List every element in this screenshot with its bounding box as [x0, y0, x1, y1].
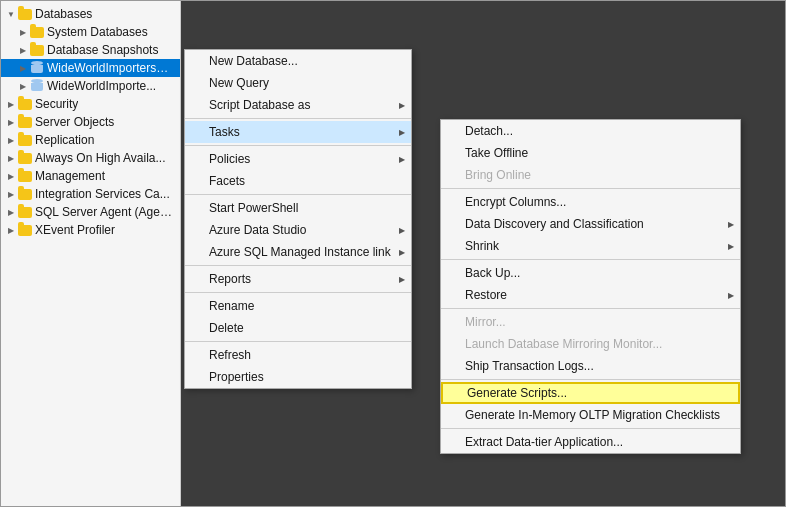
menu-reports[interactable]: Reports [185, 268, 411, 290]
tree-item-databases[interactable]: ▼ Databases [1, 5, 180, 23]
expand-icon[interactable]: ▶ [5, 224, 17, 236]
menu-extract-data-tier[interactable]: Extract Data-tier Application... [441, 431, 740, 453]
menu-take-offline[interactable]: Take Offline [441, 142, 740, 164]
menu-azure-data-studio[interactable]: Azure Data Studio [185, 219, 411, 241]
menu-separator [185, 265, 411, 266]
menu-data-discovery[interactable]: Data Discovery and Classification [441, 213, 740, 235]
tree-item-sql-agent[interactable]: ▶ SQL Server Agent (Agen... [1, 203, 180, 221]
tree-item-replication[interactable]: ▶ Replication [1, 131, 180, 149]
menu-restore[interactable]: Restore [441, 284, 740, 306]
folder-icon [17, 114, 33, 130]
expand-icon[interactable]: ▶ [5, 188, 17, 200]
tree-label: Integration Services Ca... [35, 187, 170, 201]
menu-item-label: Take Offline [465, 146, 528, 160]
menu-tasks[interactable]: Tasks [185, 121, 411, 143]
menu-item-label: Facets [209, 174, 245, 188]
menu-item-label: Reports [209, 272, 251, 286]
folder-icon [17, 6, 33, 22]
menu-separator [185, 341, 411, 342]
tree-panel: ▼ Databases ▶ System Databases ▶ Databas… [1, 1, 181, 506]
tree-label: Management [35, 169, 105, 183]
menu-item-label: Start PowerShell [209, 201, 298, 215]
expand-icon[interactable]: ▶ [17, 80, 29, 92]
menu-item-label: Mirror... [465, 315, 506, 329]
menu-facets[interactable]: Facets [185, 170, 411, 192]
tree-label: Database Snapshots [47, 43, 158, 57]
menu-shrink[interactable]: Shrink [441, 235, 740, 257]
expand-icon[interactable]: ▶ [5, 134, 17, 146]
menu-script-database[interactable]: Script Database as [185, 94, 411, 116]
tree-item-wwi-dw[interactable]: ▶ WideWorldImportersDW [1, 59, 180, 77]
menu-generate-scripts[interactable]: Generate Scripts... [441, 382, 740, 404]
menu-detach[interactable]: Detach... [441, 120, 740, 142]
folder-icon [29, 24, 45, 40]
menu-launch-monitor[interactable]: Launch Database Mirroring Monitor... [441, 333, 740, 355]
tree-label: SQL Server Agent (Agen... [35, 205, 176, 219]
menu-encrypt-columns[interactable]: Encrypt Columns... [441, 191, 740, 213]
tree-label: Always On High Availa... [35, 151, 166, 165]
menu-item-label: Data Discovery and Classification [465, 217, 644, 231]
menu-separator [441, 379, 740, 380]
menu-new-query[interactable]: New Query [185, 72, 411, 94]
tree-item-db-snapshots[interactable]: ▶ Database Snapshots [1, 41, 180, 59]
tree-item-security[interactable]: ▶ Security [1, 95, 180, 113]
tree-item-always-on[interactable]: ▶ Always On High Availa... [1, 149, 180, 167]
menu-mirror[interactable]: Mirror... [441, 311, 740, 333]
menu-backup[interactable]: Back Up... [441, 262, 740, 284]
menu-separator [185, 292, 411, 293]
menu-item-label: Azure SQL Managed Instance link [209, 245, 391, 259]
menu-separator [185, 118, 411, 119]
menu-item-label: Tasks [209, 125, 240, 139]
primary-context-menu: New Database... New Query Script Databas… [184, 49, 412, 389]
tree-item-server-objects[interactable]: ▶ Server Objects [1, 113, 180, 131]
menu-item-label: Script Database as [209, 98, 310, 112]
menu-delete[interactable]: Delete [185, 317, 411, 339]
menu-azure-sql-managed[interactable]: Azure SQL Managed Instance link [185, 241, 411, 263]
db-icon [29, 78, 45, 94]
menu-rename[interactable]: Rename [185, 295, 411, 317]
menu-item-label: Extract Data-tier Application... [465, 435, 623, 449]
expand-icon[interactable]: ▶ [5, 98, 17, 110]
menu-item-label: Detach... [465, 124, 513, 138]
menu-refresh[interactable]: Refresh [185, 344, 411, 366]
menu-separator [441, 308, 740, 309]
menu-item-label: Generate Scripts... [467, 386, 567, 400]
tasks-submenu: Detach... Take Offline Bring Online Encr… [440, 119, 741, 454]
menu-item-label: Azure Data Studio [209, 223, 306, 237]
menu-ship-logs[interactable]: Ship Transaction Logs... [441, 355, 740, 377]
tree-item-wwi[interactable]: ▶ WideWorldImporte... [1, 77, 180, 95]
expand-icon[interactable]: ▼ [5, 8, 17, 20]
menu-separator [185, 145, 411, 146]
menu-item-label: Shrink [465, 239, 499, 253]
expand-icon[interactable]: ▶ [5, 152, 17, 164]
main-container: ▼ Databases ▶ System Databases ▶ Databas… [0, 0, 786, 507]
menu-item-label: Bring Online [465, 168, 531, 182]
menu-item-label: Refresh [209, 348, 251, 362]
tree-item-system-dbs[interactable]: ▶ System Databases [1, 23, 180, 41]
folder-icon [17, 168, 33, 184]
menu-new-database[interactable]: New Database... [185, 50, 411, 72]
menu-bring-online[interactable]: Bring Online [441, 164, 740, 186]
tree-label: WideWorldImporte... [47, 79, 156, 93]
menu-properties[interactable]: Properties [185, 366, 411, 388]
menu-item-label: Restore [465, 288, 507, 302]
tree-item-xevent[interactable]: ▶ XEvent Profiler [1, 221, 180, 239]
tree-item-management[interactable]: ▶ Management [1, 167, 180, 185]
tree-label: Replication [35, 133, 94, 147]
expand-icon[interactable]: ▶ [17, 26, 29, 38]
menu-item-label: Rename [209, 299, 254, 313]
tree-label: WideWorldImportersDW [47, 61, 176, 75]
tree-label: Databases [35, 7, 92, 21]
expand-icon[interactable]: ▶ [5, 206, 17, 218]
menu-item-label: Encrypt Columns... [465, 195, 566, 209]
menu-generate-inmemory[interactable]: Generate In-Memory OLTP Migration Checkl… [441, 404, 740, 426]
menu-start-powershell[interactable]: Start PowerShell [185, 197, 411, 219]
tree-item-integration-services[interactable]: ▶ Integration Services Ca... [1, 185, 180, 203]
menu-item-label: Launch Database Mirroring Monitor... [465, 337, 662, 351]
menu-policies[interactable]: Policies [185, 148, 411, 170]
expand-icon[interactable]: ▶ [17, 44, 29, 56]
expand-icon[interactable]: ▶ [17, 62, 29, 74]
expand-icon[interactable]: ▶ [5, 170, 17, 182]
folder-icon [17, 150, 33, 166]
expand-icon[interactable]: ▶ [5, 116, 17, 128]
